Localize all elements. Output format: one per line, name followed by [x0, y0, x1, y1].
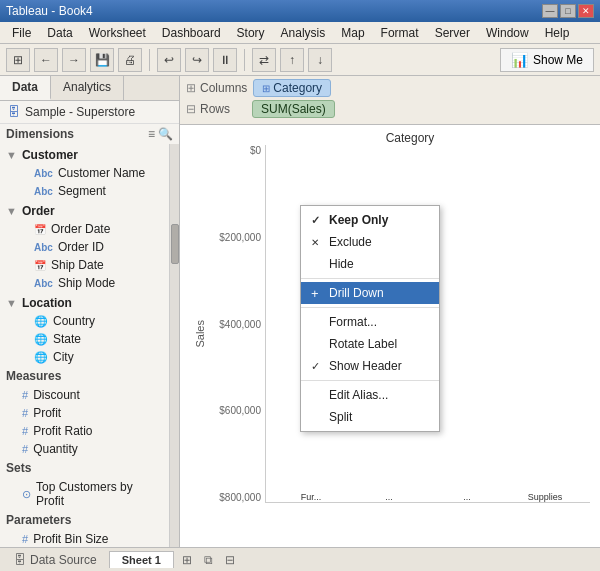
rows-sales-pill[interactable]: SUM(Sales)	[252, 100, 335, 118]
measures-header: Measures	[0, 366, 169, 386]
toolbar-new[interactable]: ⊞	[6, 48, 30, 72]
ctx-show-header[interactable]: Show Header	[301, 355, 439, 377]
tree-country[interactable]: 🌐 Country	[0, 312, 169, 330]
list-icon[interactable]: ≡	[148, 127, 155, 141]
new-dashboard-icon[interactable]: ⊟	[221, 551, 239, 569]
toolbar-pause[interactable]: ⏸	[213, 48, 237, 72]
tree-city[interactable]: 🌐 City	[0, 348, 169, 366]
menu-map[interactable]: Map	[333, 24, 372, 42]
datasource-tab[interactable]: 🗄 Data Source	[6, 551, 105, 569]
ctx-format[interactable]: Format...	[301, 311, 439, 333]
group-location[interactable]: ▼ Location	[0, 294, 169, 312]
tree-item-label: Top Customers by Profit	[36, 480, 163, 508]
expand-icon: ▼	[6, 205, 17, 217]
menu-bar: File Data Worksheet Dashboard Story Anal…	[0, 22, 600, 44]
toolbar: ⊞ ← → 💾 🖨 ↩ ↪ ⏸ ⇄ ↑ ↓ 📊 Show Me	[0, 44, 600, 76]
toolbar-back[interactable]: ←	[34, 48, 58, 72]
bar-label-furniture: Fur...	[301, 492, 322, 502]
y-axis-label: Sales	[190, 320, 210, 348]
menu-worksheet[interactable]: Worksheet	[81, 24, 154, 42]
window-controls[interactable]: — □ ✕	[542, 4, 594, 18]
bar-group-office[interactable]: ...	[354, 489, 424, 502]
toolbar-swap[interactable]: ⇄	[252, 48, 276, 72]
ctx-drill-down[interactable]: Drill Down	[301, 282, 439, 304]
ctx-edit-alias[interactable]: Edit Alias...	[301, 384, 439, 406]
sets-header: Sets	[0, 458, 169, 478]
tree-discount[interactable]: # Discount	[0, 386, 169, 404]
y-axis-ticks: $800,000 $600,000 $400,000 $200,000 $0	[210, 145, 265, 503]
toolbar-separator-1	[149, 49, 150, 71]
toolbar-sort-asc[interactable]: ↑	[280, 48, 304, 72]
tab-analytics[interactable]: Analytics	[51, 76, 124, 100]
menu-story[interactable]: Story	[229, 24, 273, 42]
y-tick: $200,000	[210, 232, 265, 243]
panel-scrollbar[interactable]	[169, 144, 179, 547]
menu-server[interactable]: Server	[427, 24, 478, 42]
group-customer[interactable]: ▼ Customer	[0, 146, 169, 164]
menu-analysis[interactable]: Analysis	[273, 24, 334, 42]
ctx-rotate-label[interactable]: Rotate Label	[301, 333, 439, 355]
bottom-bar: 🗄 Data Source Sheet 1 ⊞ ⧉ ⊟	[0, 547, 600, 571]
tree-profit-ratio[interactable]: # Profit Ratio	[0, 422, 169, 440]
menu-window[interactable]: Window	[478, 24, 537, 42]
tree-item-label: Order ID	[58, 240, 104, 254]
toolbar-forward[interactable]: →	[62, 48, 86, 72]
rows-shelf: ⊟ Rows SUM(Sales)	[186, 100, 594, 118]
columns-category-pill[interactable]: ⊞ Category	[253, 79, 331, 97]
menu-format[interactable]: Format	[373, 24, 427, 42]
new-sheet-icon[interactable]: ⊞	[178, 551, 196, 569]
calendar-icon: 📅	[34, 260, 46, 271]
datasource-name: Sample - Superstore	[25, 105, 135, 119]
datasource-label: 🗄 Sample - Superstore	[0, 101, 179, 124]
search-icon[interactable]: 🔍	[158, 127, 173, 141]
menu-data[interactable]: Data	[39, 24, 80, 42]
ctx-split[interactable]: Split	[301, 406, 439, 428]
ctx-keep-only[interactable]: Keep Only	[301, 209, 439, 231]
group-order[interactable]: ▼ Order	[0, 202, 169, 220]
menu-dashboard[interactable]: Dashboard	[154, 24, 229, 42]
bar-group-tech[interactable]: ...	[432, 489, 502, 502]
tree-profit-bin[interactable]: # Profit Bin Size	[0, 530, 169, 547]
pill-icon: ⊞	[262, 83, 270, 94]
tree-ship-date[interactable]: 📅 Ship Date	[0, 256, 169, 274]
grid-icon: ⊞	[186, 81, 196, 95]
bar-group-supplies[interactable]: Supplies	[510, 489, 580, 502]
tree-state[interactable]: 🌐 State	[0, 330, 169, 348]
ctx-hide[interactable]: Hide	[301, 253, 439, 275]
scrollbar-thumb[interactable]	[171, 224, 179, 264]
tree-top-customers[interactable]: ⊙ Top Customers by Profit	[0, 478, 169, 510]
maximize-button[interactable]: □	[560, 4, 576, 18]
abc-icon: Abc	[34, 278, 53, 289]
toolbar-sort-desc[interactable]: ↓	[308, 48, 332, 72]
minimize-button[interactable]: —	[542, 4, 558, 18]
chart-title: Category	[220, 125, 600, 145]
show-me-button[interactable]: 📊 Show Me	[500, 48, 594, 72]
search-icons[interactable]: ≡ 🔍	[148, 127, 173, 141]
tree-customer-name[interactable]: Abc Customer Name	[0, 164, 169, 182]
toolbar-print[interactable]: 🖨	[118, 48, 142, 72]
tab-data[interactable]: Data	[0, 76, 51, 100]
duplicate-sheet-icon[interactable]: ⧉	[200, 551, 217, 569]
toolbar-undo[interactable]: ↩	[157, 48, 181, 72]
close-button[interactable]: ✕	[578, 4, 594, 18]
tree-quantity[interactable]: # Quantity	[0, 440, 169, 458]
menu-file[interactable]: File	[4, 24, 39, 42]
tree-ship-mode[interactable]: Abc Ship Mode	[0, 274, 169, 292]
menu-help[interactable]: Help	[537, 24, 578, 42]
ctx-sep-3	[301, 380, 439, 381]
toolbar-save[interactable]: 💾	[90, 48, 114, 72]
ctx-exclude[interactable]: Exclude	[301, 231, 439, 253]
toolbar-redo[interactable]: ↪	[185, 48, 209, 72]
y-tick: $800,000	[210, 492, 265, 503]
calendar-icon: 📅	[34, 224, 46, 235]
tree-segment[interactable]: Abc Segment	[0, 182, 169, 200]
bar-group-furniture[interactable]: Fur...	[276, 489, 346, 502]
show-me-label: Show Me	[533, 53, 583, 67]
tree-item-label: Quantity	[33, 442, 78, 456]
tree-order-id[interactable]: Abc Order ID	[0, 238, 169, 256]
tree-item-label: Discount	[33, 388, 80, 402]
tree-order-date[interactable]: 📅 Order Date	[0, 220, 169, 238]
sheet-tab[interactable]: Sheet 1	[109, 551, 174, 568]
columns-shelf: ⊞ Columns ⊞ Category	[186, 79, 594, 97]
tree-profit[interactable]: # Profit	[0, 404, 169, 422]
